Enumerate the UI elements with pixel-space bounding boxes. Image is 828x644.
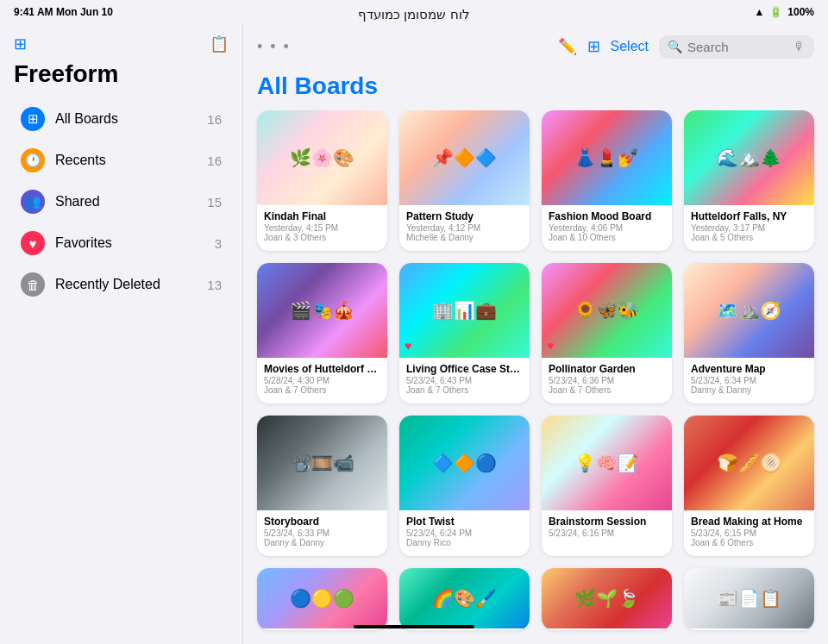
thumb-decoration: 🍞🥖🫓	[684, 416, 814, 510]
shared-count: 15	[207, 195, 222, 209]
new-board-button[interactable]: ✏️	[558, 37, 577, 56]
grid-view-button[interactable]: ⊞	[587, 37, 600, 56]
thumb-decoration: 🌻🦋🐝	[542, 263, 672, 358]
board-name: Fashion Mood Board	[549, 210, 665, 222]
shared-icon: 👥	[21, 190, 45, 214]
favorites-icon: ♥	[21, 231, 45, 255]
tooltip-area: לוח שמסומן כמועדף	[0, 7, 828, 22]
board-date: 5/28/24, 4:30 PM	[264, 376, 380, 385]
board-name: Storyboard	[264, 516, 380, 528]
favorites-count: 3	[215, 236, 222, 251]
sidebar-item-favorites[interactable]: ♥ Favorites 3	[7, 222, 235, 264]
board-collaborators: Joan & 7 Others	[406, 385, 523, 395]
sidebar-item-all-boards[interactable]: ⊞ All Boards 16	[7, 98, 235, 140]
recently-deleted-count: 13	[207, 278, 222, 292]
favorite-badge: ♥	[405, 339, 411, 353]
board-name: Bread Making at Home	[691, 516, 807, 528]
board-collaborators: Joan & 10 Others	[549, 233, 665, 242]
board-thumbnail: 🎬🎭🎪	[257, 263, 387, 358]
board-date: 5/23/24, 6:43 PM	[406, 376, 523, 385]
board-card[interactable]: 🗺️⛰️🧭 Adventure Map 5/23/24, 6:34 PM Dan…	[684, 263, 814, 403]
board-name: Living Office Case Study	[406, 363, 523, 375]
board-date: 5/23/24, 6:34 PM	[691, 376, 807, 385]
board-thumbnail: 🌊🏔️🌲	[684, 110, 814, 205]
board-thumbnail-partial: 🌈🎨🖌️	[399, 568, 530, 628]
sidebar-top-bar: ⊞ 📋	[0, 34, 242, 60]
board-date: 5/23/24, 6:15 PM	[691, 528, 807, 538]
sidebar: ⊞ 📋 Freeform ⊞ All Boards 16 🕐 Recents 1…	[0, 24, 243, 644]
sidebar-toggle-button[interactable]: ⊞	[14, 34, 27, 53]
board-date: Yesterday, 4:15 PM	[264, 223, 380, 233]
board-date: Yesterday, 4:12 PM	[406, 223, 523, 233]
sidebar-item-recently-deleted[interactable]: 🗑 Recently Deleted 13	[7, 264, 235, 305]
board-collaborators: Joan & 3 Others	[264, 233, 380, 242]
search-bar: 🔍 🎙	[659, 35, 814, 59]
board-collaborators: Joan & 7 Others	[549, 385, 665, 395]
board-name: Kindah Final	[264, 210, 380, 222]
board-thumbnail: 🔷🔶🔵	[399, 416, 530, 510]
board-card[interactable]: 🏢📊💼 ♥ Living Office Case Study 5/23/24, …	[399, 263, 530, 403]
board-thumbnail: 📽️🎞️📹	[257, 416, 387, 510]
board-card[interactable]: 👗💄💅 Fashion Mood Board Yesterday, 4:06 P…	[542, 110, 672, 251]
board-card[interactable]: 💡🧠📝 Brainstorm Session 5/23/24, 6:16 PM	[542, 416, 672, 556]
board-date: 5/23/24, 6:33 PM	[264, 528, 380, 538]
recents-label: Recents	[55, 153, 197, 168]
board-thumbnail-partial: 📰📄📋	[684, 568, 814, 628]
sidebar-title: Freeform	[0, 60, 242, 98]
board-card-partial[interactable]: 🌿🌱🍃	[542, 568, 672, 630]
board-collaborators: Danny & Danny	[691, 385, 807, 395]
board-thumbnail-partial: 🔵🟡🟢	[257, 568, 387, 628]
select-button[interactable]: Select	[611, 39, 649, 54]
board-card-partial[interactable]: 📰📄📋	[684, 568, 814, 630]
board-info: Hutteldorf Falls, NY Yesterday, 3:17 PM …	[684, 205, 814, 249]
thumb-decoration: 🌿🌸🎨	[257, 110, 387, 205]
main-header: • • • ✏️ ⊞ Select 🔍 🎙	[243, 24, 828, 69]
microphone-icon[interactable]: 🎙	[794, 40, 806, 53]
all-boards-icon: ⊞	[21, 107, 45, 131]
board-date: Yesterday, 4:06 PM	[549, 223, 665, 233]
board-thumbnail: 🌻🦋🐝 ♥	[542, 263, 672, 358]
thumb-decoration: 📽️🎞️📹	[257, 416, 387, 510]
sidebar-item-recents[interactable]: 🕐 Recents 16	[7, 140, 235, 181]
board-info: Movies of Hutteldorf Fa... 5/28/24, 4:30…	[257, 358, 387, 402]
board-card[interactable]: 🎬🎭🎪 Movies of Hutteldorf Fa... 5/28/24, …	[257, 263, 387, 403]
board-date: 5/23/24, 6:16 PM	[549, 528, 665, 538]
board-info: Adventure Map 5/23/24, 6:34 PM Danny & D…	[684, 358, 814, 402]
all-boards-label: All Boards	[55, 111, 197, 127]
board-info: Kindah Final Yesterday, 4:15 PM Joan & 3…	[257, 205, 387, 249]
main-content: • • • ✏️ ⊞ Select 🔍 🎙 All Boards 🌿🌸🎨	[243, 24, 828, 644]
thumb-decoration: 🔷🔶🔵	[399, 416, 530, 510]
thumb-decoration: 💡🧠📝	[542, 416, 672, 510]
recently-deleted-label: Recently Deleted	[55, 277, 197, 292]
board-card[interactable]: 🌿🌸🎨 Kindah Final Yesterday, 4:15 PM Joan…	[257, 110, 387, 251]
board-card[interactable]: 🌊🏔️🌲 Hutteldorf Falls, NY Yesterday, 3:1…	[684, 110, 814, 251]
board-card-partial[interactable]: 🔵🟡🟢	[257, 568, 387, 630]
sidebar-item-shared[interactable]: 👥 Shared 15	[7, 181, 235, 222]
board-collaborators: Michelle & Danny	[406, 233, 523, 242]
partial-bottom-row: 🔵🟡🟢 🌈🎨🖌️ 🌿🌱🍃 📰📄📋	[257, 568, 814, 630]
board-thumbnail: 🍞🥖🫓	[684, 416, 814, 510]
board-date: 5/23/24, 6:24 PM	[406, 528, 523, 538]
thumb-decoration-partial: 🔵🟡🟢	[257, 568, 387, 628]
board-info: Living Office Case Study 5/23/24, 6:43 P…	[399, 358, 530, 402]
board-info: Pattern Study Yesterday, 4:12 PM Michell…	[399, 205, 530, 249]
header-dots: • • •	[257, 38, 291, 56]
board-card[interactable]: 🔷🔶🔵 Plot Twist 5/23/24, 6:24 PM Danny Ri…	[399, 416, 530, 556]
board-name: Pollinator Garden	[549, 363, 665, 375]
sidebar-add-button[interactable]: 📋	[210, 34, 229, 53]
board-info: Pollinator Garden 5/23/24, 6:36 PM Joan …	[542, 358, 672, 402]
board-card-partial[interactable]: 🌈🎨🖌️	[399, 568, 530, 630]
board-name: Brainstorm Session	[549, 516, 665, 528]
thumb-decoration: 📌🔶🔷	[399, 110, 530, 205]
board-card[interactable]: 📽️🎞️📹 Storyboard 5/23/24, 6:33 PM Danny …	[257, 416, 387, 556]
shared-label: Shared	[55, 194, 197, 209]
board-collaborators: Joan & 7 Others	[264, 385, 380, 395]
tooltip-text: לוח שמסומן כמועדף	[358, 7, 469, 22]
board-card[interactable]: 🌻🦋🐝 ♥ Pollinator Garden 5/23/24, 6:36 PM…	[542, 263, 672, 403]
board-thumbnail: 💡🧠📝	[542, 416, 672, 510]
board-card[interactable]: 📌🔶🔷 Pattern Study Yesterday, 4:12 PM Mic…	[399, 110, 530, 251]
board-date: Yesterday, 3:17 PM	[691, 223, 807, 233]
search-input[interactable]	[687, 40, 788, 54]
board-thumbnail: 🏢📊💼 ♥	[399, 263, 530, 358]
board-card[interactable]: 🍞🥖🫓 Bread Making at Home 5/23/24, 6:15 P…	[684, 416, 814, 556]
